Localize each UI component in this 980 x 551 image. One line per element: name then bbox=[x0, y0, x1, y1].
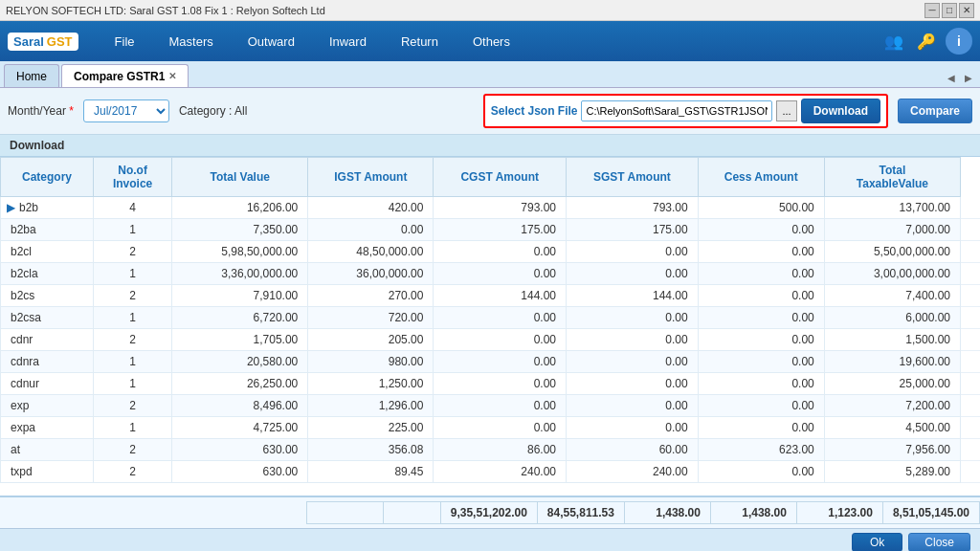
col-igst: IGST Amount bbox=[308, 158, 434, 197]
nav-return[interactable]: Return bbox=[384, 21, 456, 61]
cell-invoices: 2 bbox=[94, 439, 172, 461]
table-row[interactable]: b2cla 1 3,36,00,000.00 36,00,000.00 0.00… bbox=[1, 263, 981, 285]
table-row[interactable]: b2csa 1 6,720.00 720.00 0.00 0.00 0.00 6… bbox=[1, 307, 981, 329]
tab-navigation: ◀ ▶ bbox=[944, 71, 976, 87]
cell-cgst: 0.00 bbox=[434, 351, 567, 373]
table-wrap[interactable]: Category No.ofInvoice Total Value IGST A… bbox=[0, 157, 980, 496]
col-sgst: SGST Amount bbox=[567, 158, 699, 197]
tab-close-icon[interactable]: ✕ bbox=[168, 71, 176, 81]
cell-igst: 225.00 bbox=[308, 417, 434, 439]
cell-igst: 270.00 bbox=[308, 285, 434, 307]
cell-category: b2ba bbox=[1, 219, 94, 241]
table-header-row: Category No.ofInvoice Total Value IGST A… bbox=[1, 158, 981, 197]
cell-total-value: 26,250.00 bbox=[172, 373, 308, 395]
table-row[interactable]: b2cs 2 7,910.00 270.00 144.00 144.00 0.0… bbox=[1, 285, 981, 307]
key-icon[interactable]: 🔑 bbox=[913, 28, 940, 55]
cell-total-value: 7,910.00 bbox=[172, 285, 308, 307]
cell-cgst: 0.00 bbox=[434, 307, 567, 329]
table-row[interactable]: cdnra 1 20,580.00 980.00 0.00 0.00 0.00 … bbox=[1, 351, 981, 373]
cell-category: cdnr bbox=[1, 329, 94, 351]
cell-taxable: 1,500.00 bbox=[824, 329, 960, 351]
cell-igst: 356.08 bbox=[308, 439, 434, 461]
cell-taxable: 7,200.00 bbox=[824, 395, 960, 417]
info-icon[interactable]: i bbox=[946, 28, 972, 55]
cell-category: txpd bbox=[1, 461, 94, 483]
table-row[interactable]: txpd 2 630.00 89.45 240.00 240.00 0.00 5… bbox=[1, 461, 981, 483]
browse-button[interactable]: ... bbox=[776, 100, 796, 121]
tab-home[interactable]: Home bbox=[4, 64, 59, 87]
download-button[interactable]: Download bbox=[801, 99, 880, 123]
close-button[interactable]: Close bbox=[908, 533, 970, 552]
table-row[interactable]: b2ba 1 7,350.00 0.00 175.00 175.00 0.00 … bbox=[1, 219, 981, 241]
cell-invoices: 4 bbox=[94, 197, 172, 219]
cell-igst: 1,250.00 bbox=[308, 373, 434, 395]
minimize-button[interactable]: ─ bbox=[924, 3, 940, 18]
tab-next-icon[interactable]: ▶ bbox=[961, 71, 976, 85]
cell-invoices: 1 bbox=[94, 373, 172, 395]
table-row[interactable]: at 2 630.00 356.08 86.00 60.00 623.00 7,… bbox=[1, 439, 981, 461]
nav-others[interactable]: Others bbox=[456, 21, 527, 61]
cell-total-value: 6,720.00 bbox=[172, 307, 308, 329]
cell-cgst: 0.00 bbox=[434, 395, 567, 417]
col-category: Category bbox=[1, 158, 94, 197]
cell-igst: 0.00 bbox=[308, 219, 434, 241]
cell-category: ▶b2b bbox=[1, 197, 94, 219]
title-bar: RELYON SOFTECH LTD: Saral GST 1.08 Fix 1… bbox=[0, 0, 980, 21]
cell-igst: 89.45 bbox=[308, 461, 434, 483]
table-row[interactable]: exp 2 8,496.00 1,296.00 0.00 0.00 0.00 7… bbox=[1, 395, 981, 417]
nav-inward[interactable]: Inward bbox=[312, 21, 384, 61]
cell-category: b2cla bbox=[1, 263, 94, 285]
cell-spacer bbox=[961, 329, 981, 351]
tab-prev-icon[interactable]: ◀ bbox=[944, 71, 959, 85]
col-extra bbox=[961, 158, 981, 197]
col-invoices: No.ofInvoice bbox=[94, 158, 172, 197]
nav-outward[interactable]: Outward bbox=[231, 21, 312, 61]
cell-category: b2csa bbox=[1, 307, 94, 329]
cell-cgst: 793.00 bbox=[434, 197, 567, 219]
cell-sgst: 0.00 bbox=[567, 241, 699, 263]
cell-cess: 0.00 bbox=[698, 373, 824, 395]
cell-taxable: 25,000.00 bbox=[824, 373, 960, 395]
users-icon[interactable]: 👥 bbox=[880, 28, 907, 55]
cell-spacer bbox=[961, 241, 981, 263]
restore-button[interactable]: □ bbox=[942, 3, 957, 18]
cell-invoices: 2 bbox=[94, 285, 172, 307]
col-total-value: Total Value bbox=[172, 158, 308, 197]
cell-cgst: 240.00 bbox=[434, 461, 567, 483]
tabs-bar: Home Compare GSTR1 ✕ ◀ ▶ bbox=[0, 61, 980, 88]
cell-invoices: 2 bbox=[94, 461, 172, 483]
cell-total-value: 7,350.00 bbox=[172, 219, 308, 241]
cell-spacer bbox=[961, 461, 981, 483]
compare-button[interactable]: Compare bbox=[898, 99, 972, 123]
nav-file[interactable]: File bbox=[98, 21, 152, 61]
total-value: 9,35,51,202.00 bbox=[440, 502, 537, 524]
cell-spacer bbox=[961, 285, 981, 307]
table-row[interactable]: cdnr 2 1,705.00 205.00 0.00 0.00 0.00 1,… bbox=[1, 329, 981, 351]
total-category bbox=[306, 502, 383, 524]
cell-taxable: 19,600.00 bbox=[824, 351, 960, 373]
cell-invoices: 1 bbox=[94, 417, 172, 439]
table-row[interactable]: cdnur 1 26,250.00 1,250.00 0.00 0.00 0.0… bbox=[1, 373, 981, 395]
cell-category: b2cs bbox=[1, 285, 94, 307]
cell-sgst: 0.00 bbox=[567, 395, 699, 417]
ok-button[interactable]: Ok bbox=[852, 533, 902, 552]
cell-igst: 980.00 bbox=[308, 351, 434, 373]
json-path-input[interactable] bbox=[581, 100, 772, 121]
total-invoices bbox=[383, 502, 440, 524]
table-row[interactable]: b2cl 2 5,98,50,000.00 48,50,000.00 0.00 … bbox=[1, 241, 981, 263]
month-year-select[interactable]: Jul/2017 bbox=[83, 99, 169, 122]
nav-masters[interactable]: Masters bbox=[152, 21, 231, 61]
tab-compare-gstr1[interactable]: Compare GSTR1 ✕ bbox=[61, 64, 189, 87]
table-row[interactable]: ▶b2b 4 16,206.00 420.00 793.00 793.00 50… bbox=[1, 197, 981, 219]
close-window-button[interactable]: ✕ bbox=[959, 3, 974, 18]
window-controls[interactable]: ─ □ ✕ bbox=[924, 3, 974, 18]
cell-invoices: 1 bbox=[94, 307, 172, 329]
cell-invoices: 2 bbox=[94, 329, 172, 351]
cell-cess: 0.00 bbox=[698, 263, 824, 285]
totals-table: 9,35,51,202.00 84,55,811.53 1,438.00 1,4… bbox=[306, 501, 980, 524]
table-row[interactable]: expa 1 4,725.00 225.00 0.00 0.00 0.00 4,… bbox=[1, 417, 981, 439]
tab-home-label: Home bbox=[16, 70, 47, 83]
cell-invoices: 2 bbox=[94, 395, 172, 417]
data-table: Category No.ofInvoice Total Value IGST A… bbox=[0, 157, 980, 483]
cell-spacer bbox=[961, 351, 981, 373]
